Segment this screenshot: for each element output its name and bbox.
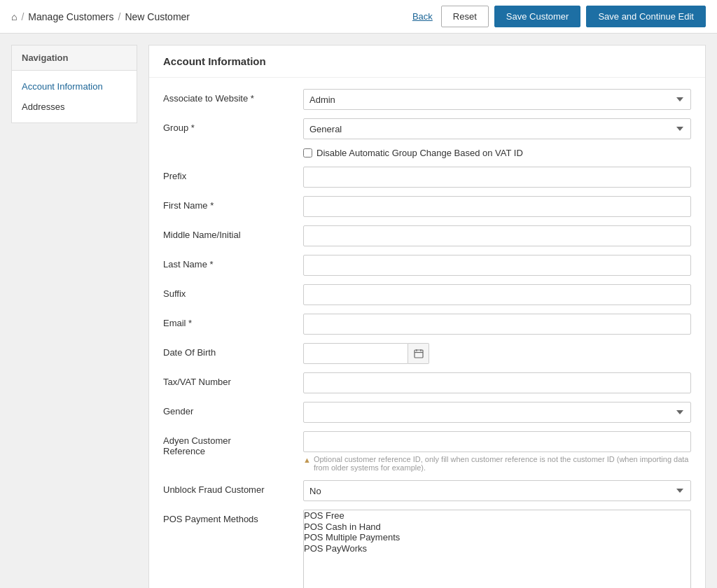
- calendar-icon: [414, 349, 424, 358]
- email-label: Email *: [163, 314, 303, 328]
- adyen-field: ▲ Optional customer reference ID, only f…: [303, 431, 691, 472]
- sidebar-nav: Account Information Addresses: [12, 71, 137, 122]
- associate-website-field: Admin: [303, 89, 691, 110]
- pos-payment-label: POS Payment Methods: [163, 510, 303, 524]
- save-customer-button[interactable]: Save Customer: [494, 6, 581, 27]
- pos-payment-multiselect[interactable]: POS Free POS Cash in Hand POS Multiple P…: [303, 510, 691, 588]
- suffix-input[interactable]: [303, 284, 691, 305]
- sidebar-title: Navigation: [12, 46, 137, 71]
- adyen-hint-text: Optional customer reference ID, only fil…: [314, 455, 691, 472]
- middle-name-row: Middle Name/Initial: [163, 225, 691, 246]
- first-name-label: First Name *: [163, 196, 303, 211]
- middle-name-input[interactable]: [303, 225, 691, 246]
- last-name-input[interactable]: [303, 255, 691, 276]
- adyen-hint: ▲ Optional customer reference ID, only f…: [303, 455, 691, 472]
- tax-vat-row: Tax/VAT Number: [163, 372, 691, 393]
- gender-row: Gender Male Female Not Specified: [163, 402, 691, 423]
- disable-group-change-label: Disable Automatic Group Change Based on …: [316, 148, 523, 158]
- email-row: Email *: [163, 314, 691, 335]
- page-header: ⌂ / Manage Customers / New Customer Back…: [0, 0, 717, 34]
- adyen-input[interactable]: [303, 431, 691, 452]
- suffix-row: Suffix: [163, 284, 691, 305]
- prefix-label: Prefix: [163, 167, 303, 181]
- suffix-label: Suffix: [163, 284, 303, 299]
- last-name-label: Last Name *: [163, 255, 303, 270]
- gender-field: Male Female Not Specified: [303, 402, 691, 423]
- svg-rect-0: [415, 350, 423, 358]
- dob-input[interactable]: [303, 343, 408, 364]
- save-continue-button[interactable]: Save and Continue Edit: [586, 6, 706, 27]
- account-information-panel: Account Information Associate to Website…: [148, 45, 706, 588]
- middle-name-field: [303, 225, 691, 246]
- unblock-fraud-select[interactable]: No Yes: [303, 480, 691, 501]
- last-name-field: [303, 255, 691, 276]
- pos-option-multiple[interactable]: POS Multiple Payments: [304, 532, 690, 543]
- disable-group-change-checkbox[interactable]: [303, 148, 312, 158]
- associate-website-label: Associate to Website *: [163, 89, 303, 104]
- adyen-row: Adyen Customer Reference ▲ Optional cust…: [163, 431, 691, 472]
- gender-select[interactable]: Male Female Not Specified: [303, 402, 691, 423]
- breadcrumb-new-customer: New Customer: [125, 11, 190, 22]
- email-field: [303, 314, 691, 335]
- prefix-input[interactable]: [303, 167, 691, 188]
- breadcrumb-manage-customers[interactable]: Manage Customers: [28, 11, 113, 22]
- prefix-field: [303, 167, 691, 188]
- sidebar-panel: Navigation Account Information Addresses: [11, 45, 137, 123]
- unblock-fraud-label: Unblock Fraud Customer: [163, 480, 303, 495]
- sidebar-item-addresses[interactable]: Addresses: [12, 97, 137, 117]
- group-select[interactable]: General Wholesale Retailer: [303, 118, 691, 139]
- unblock-fraud-field: No Yes: [303, 480, 691, 501]
- breadcrumb-sep2: /: [118, 11, 121, 22]
- form-body: Associate to Website * Admin Group * Gen…: [149, 78, 705, 588]
- sidebar-item-account-information[interactable]: Account Information: [12, 76, 137, 97]
- dob-row: Date Of Birth: [163, 343, 691, 364]
- group-row: Group * General Wholesale Retailer: [163, 118, 691, 139]
- tax-vat-label: Tax/VAT Number: [163, 372, 303, 387]
- associate-website-row: Associate to Website * Admin: [163, 89, 691, 110]
- pos-payment-row: POS Payment Methods POS Free POS Cash in…: [163, 510, 691, 588]
- adyen-label: Adyen Customer Reference: [163, 431, 303, 456]
- adyen-warning-icon: ▲: [303, 456, 311, 464]
- main-content: Navigation Account Information Addresses…: [0, 34, 717, 588]
- form-section-title: Account Information: [149, 46, 705, 78]
- reset-button[interactable]: Reset: [441, 6, 489, 27]
- breadcrumb: ⌂ / Manage Customers / New Customer: [11, 11, 190, 22]
- home-icon[interactable]: ⌂: [11, 11, 17, 22]
- header-actions: Back Reset Save Customer Save and Contin…: [410, 6, 706, 27]
- dob-container: [303, 343, 691, 364]
- first-name-input[interactable]: [303, 196, 691, 217]
- gender-label: Gender: [163, 402, 303, 416]
- tax-vat-input[interactable]: [303, 372, 691, 393]
- unblock-fraud-row: Unblock Fraud Customer No Yes: [163, 480, 691, 501]
- prefix-row: Prefix: [163, 167, 691, 188]
- pos-option-free[interactable]: POS Free: [304, 510, 690, 522]
- associate-website-select[interactable]: Admin: [303, 89, 691, 110]
- middle-name-label: Middle Name/Initial: [163, 225, 303, 240]
- dob-label: Date Of Birth: [163, 343, 303, 358]
- pos-option-cash[interactable]: POS Cash in Hand: [304, 522, 690, 533]
- tax-vat-field: [303, 372, 691, 393]
- group-field: General Wholesale Retailer: [303, 118, 691, 139]
- pos-option-payworks[interactable]: POS PayWorks: [304, 543, 690, 554]
- suffix-field: [303, 284, 691, 305]
- back-button[interactable]: Back: [410, 11, 436, 22]
- group-label: Group *: [163, 118, 303, 133]
- dob-field: [303, 343, 691, 364]
- sidebar: Navigation Account Information Addresses: [11, 45, 137, 588]
- last-name-row: Last Name *: [163, 255, 691, 276]
- first-name-row: First Name *: [163, 196, 691, 217]
- disable-group-change-row: Disable Automatic Group Change Based on …: [303, 148, 691, 158]
- breadcrumb-sep1: /: [21, 11, 24, 22]
- calendar-icon-button[interactable]: [408, 343, 429, 364]
- pos-payment-field: POS Free POS Cash in Hand POS Multiple P…: [303, 510, 691, 588]
- first-name-field: [303, 196, 691, 217]
- email-input[interactable]: [303, 314, 691, 335]
